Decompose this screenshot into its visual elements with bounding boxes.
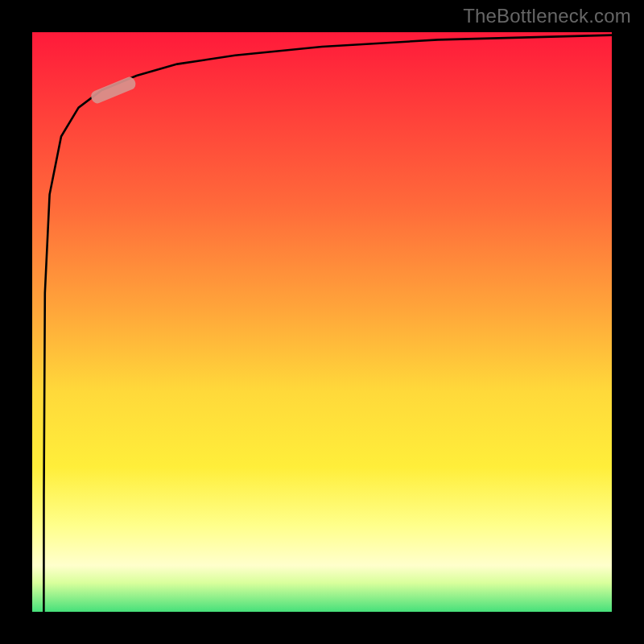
curve-marker: [89, 75, 138, 105]
watermark-text: TheBottleneck.com: [463, 5, 631, 27]
plot-area: [32, 32, 612, 612]
curve-svg: [32, 32, 612, 612]
chart-frame: TheBottleneck.com: [0, 0, 644, 644]
bottleneck-curve: [43, 35, 612, 612]
